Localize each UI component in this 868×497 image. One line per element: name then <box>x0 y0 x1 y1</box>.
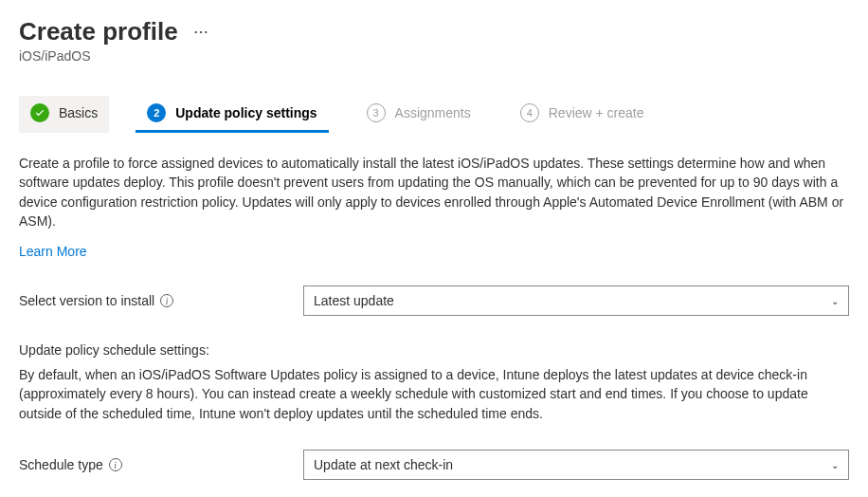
step-number-icon: 4 <box>520 103 539 122</box>
schedule-settings-description: By default, when an iOS/iPadOS Software … <box>19 365 849 423</box>
schedule-settings-heading: Update policy schedule settings: <box>19 342 849 358</box>
tab-update-policy-settings[interactable]: 2 Update policy settings <box>136 96 328 133</box>
wizard-tabs: Basics 2 Update policy settings 3 Assign… <box>19 96 849 133</box>
tab-label: Update policy settings <box>175 105 316 120</box>
info-icon[interactable]: i <box>109 458 122 471</box>
schedule-type-label: Schedule type <box>19 457 103 472</box>
tab-basics[interactable]: Basics <box>19 96 109 133</box>
step-number-icon: 3 <box>367 103 386 122</box>
more-actions-button[interactable]: ⋯ <box>193 23 209 41</box>
version-select[interactable]: Latest update ⌄ <box>303 285 849 316</box>
policy-description: Create a profile to force assigned devic… <box>19 154 849 230</box>
tab-label: Review + create <box>549 105 644 120</box>
tab-assignments[interactable]: 3 Assignments <box>355 96 482 133</box>
page-subtitle: iOS/iPadOS <box>19 48 849 64</box>
tab-label: Assignments <box>395 105 471 120</box>
tab-review-create[interactable]: 4 Review + create <box>509 96 656 133</box>
version-select-value: Latest update <box>314 293 394 308</box>
info-icon[interactable]: i <box>160 294 173 307</box>
tab-label: Basics <box>59 105 98 120</box>
step-number-icon: 2 <box>147 103 166 122</box>
schedule-type-select-value: Update at next check-in <box>314 457 453 472</box>
chevron-down-icon: ⌄ <box>831 296 839 306</box>
chevron-down-icon: ⌄ <box>831 460 839 470</box>
page-title: Create profile <box>19 17 178 46</box>
version-label: Select version to install <box>19 293 154 308</box>
check-icon <box>30 103 49 122</box>
schedule-type-select[interactable]: Update at next check-in ⌄ <box>303 450 849 480</box>
learn-more-link[interactable]: Learn More <box>19 244 87 259</box>
